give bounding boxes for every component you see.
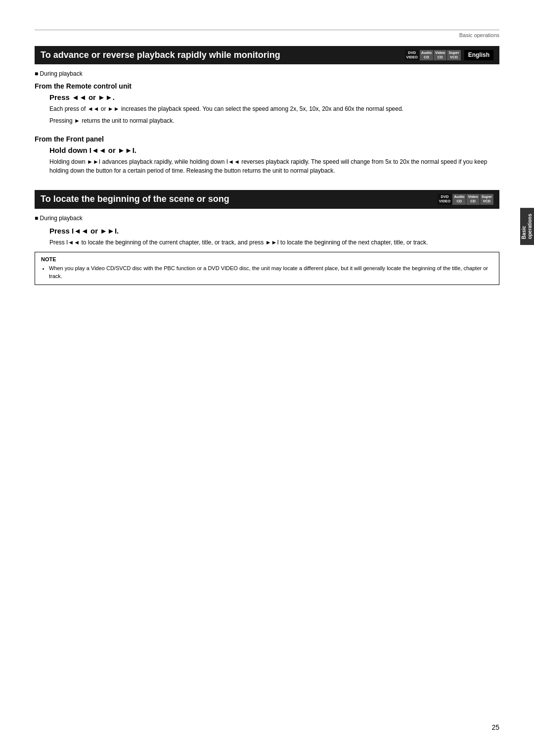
sub2-heading: From the Front panel: [35, 135, 499, 143]
section1-title: To advance or reverse playback rapidly w…: [41, 50, 280, 60]
sub2-body: Holding down ►►I advances playback rapid…: [49, 157, 499, 175]
section2: To locate the beginning of the scene or …: [35, 190, 499, 284]
section1-sub1: From the Remote control unit Press ◄◄ or…: [35, 82, 499, 125]
sub1-heading: From the Remote control unit: [35, 82, 499, 90]
section1-sub2: From the Front panel Hold down I◄◄ or ►►…: [35, 135, 499, 175]
badge-audio-bottom: CD: [421, 55, 432, 60]
section2-badges: DVD VIDEO Audio CD Video CD Super VCD: [438, 194, 493, 204]
english-badge: English: [464, 50, 493, 60]
header-label: Basic operations: [459, 32, 499, 38]
note-list-item: When you play a Video CD/SVCD disc with …: [49, 264, 493, 281]
sub2-command: Hold down I◄◄ or ►►I.: [49, 146, 499, 154]
section1-heading: To advance or reverse playback rapidly w…: [35, 46, 499, 64]
sidebar-tab-text: Basicoperations: [521, 214, 533, 239]
badge-video-cd: Video CD: [434, 50, 446, 60]
section2-during-playback: During playback: [35, 215, 499, 222]
badge-video-bottom: CD: [435, 55, 445, 60]
note-title: NOTE: [41, 256, 493, 262]
top-rule: [35, 30, 499, 30]
section2-title: To locate the beginning of the scene or …: [41, 194, 229, 204]
s2-badge-video-cd: Video CD: [466, 194, 479, 204]
section2-heading: To locate the beginning of the scene or …: [35, 190, 499, 208]
page-header: Basic operations: [35, 32, 499, 38]
section2-command: Press I◄◄ or ►►I.: [49, 227, 499, 235]
sub1-body1: Each press of ◄◄ or ►► increases the pla…: [49, 104, 499, 113]
note-text: When you play a Video CD/SVCD disc with …: [41, 264, 493, 281]
page-container: Basic operations To advance or reverse p…: [0, 0, 534, 756]
sidebar-tab: Basicoperations: [520, 208, 534, 245]
section2-body: Press I◄◄ to locate the beginning of the…: [49, 238, 499, 247]
page-number: 25: [491, 723, 499, 731]
note-box: NOTE When you play a Video CD/SVCD disc …: [35, 252, 499, 285]
s2-badge-super-vcd: Super VCD: [480, 194, 493, 204]
badge-audio-cd: Audio CD: [420, 50, 433, 60]
section1-badges: DVD VIDEO Audio CD Video CD Super VCD En…: [405, 50, 494, 60]
sub1-body2: Pressing ► returns the unit to normal pl…: [49, 116, 499, 125]
badge-super-vcd: Super VCD: [447, 50, 460, 60]
badge-super-bottom: VCD: [448, 55, 459, 60]
section1-during-playback: During playback: [35, 70, 499, 77]
sub1-command: Press ◄◄ or ►►.: [49, 93, 499, 101]
section1: To advance or reverse playback rapidly w…: [35, 46, 499, 175]
badge-dvd-video: DVD VIDEO: [405, 50, 419, 60]
s2-badge-audio-cd: Audio CD: [452, 194, 466, 204]
badge-dvd-bottom: VIDEO: [406, 55, 418, 60]
s2-badge-dvd-video: DVD VIDEO: [438, 194, 452, 204]
